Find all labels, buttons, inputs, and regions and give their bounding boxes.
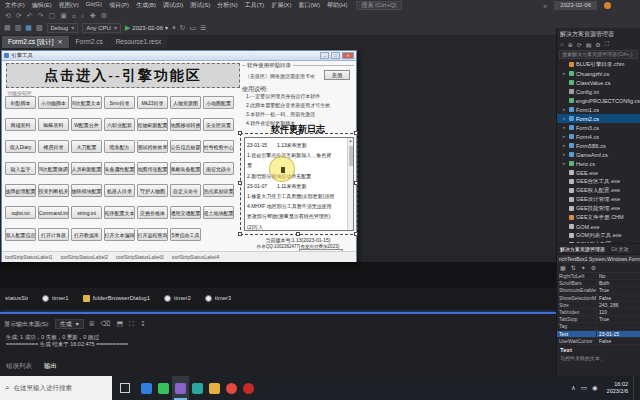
- output-toolbar-icon[interactable]: ⛶: [129, 320, 134, 328]
- property-row[interactable]: UseWaitCursorFalse: [557, 338, 640, 345]
- buy-button[interactable]: 充值: [324, 70, 350, 80]
- panel-tab[interactable]: 输出: [44, 362, 57, 371]
- app-teal-taskbar-icon[interactable]: [189, 376, 206, 400]
- solution-tree-item[interactable]: ▸Hero.cs: [557, 159, 640, 168]
- function-button[interactable]: 蜘蛛资料: [38, 118, 69, 131]
- panel-tab[interactable]: 错误列表: [6, 362, 32, 371]
- function-button[interactable]: 物联模块配置: [71, 184, 102, 197]
- document-tab[interactable]: Form2.cs: [70, 36, 109, 48]
- function-button[interactable]: 输入监字: [5, 162, 36, 175]
- resize-handle[interactable]: [354, 181, 358, 185]
- resize-handle[interactable]: [296, 232, 300, 236]
- resize-handle[interactable]: [238, 181, 242, 185]
- output-source-dropdown[interactable]: 生成 ▾: [55, 319, 84, 329]
- function-button[interactable]: 假人Diary: [5, 140, 36, 153]
- function-button[interactable]: string.ini: [71, 206, 102, 219]
- resize-handle[interactable]: [354, 131, 358, 135]
- output-toolbar-icon[interactable]: ⌫: [101, 320, 111, 328]
- properties-toolbar-icon[interactable]: ✦: [581, 264, 586, 271]
- menu-item[interactable]: 文件(F): [3, 1, 27, 10]
- property-row[interactable]: TabIndex110: [557, 309, 640, 316]
- solution-tree-item[interactable]: ▸Form4.cs: [557, 132, 640, 141]
- property-value[interactable]: False: [597, 295, 640, 301]
- toolbar-icon[interactable]: ▦: [25, 24, 32, 32]
- toolbar-icon[interactable]: ▭: [189, 24, 196, 32]
- winforms-designed-form[interactable]: 引擎工具 — □ ✕ 点击进入--引擎功能区 功能按钮区 剑影脚本小功能脚本N次…: [1, 50, 357, 262]
- platform-dropdown[interactable]: Any CPU▾: [82, 23, 121, 33]
- menu-item[interactable]: 生成(B): [134, 1, 158, 10]
- solution-tree-item[interactable]: enginPROJECTCONfig.cs: [557, 96, 640, 105]
- function-button[interactable]: 打开远程查询: [137, 228, 168, 241]
- solution-tree-item[interactable]: GEE.exe: [557, 168, 640, 177]
- solution-tree-item[interactable]: GEE技能管理.exe: [557, 204, 640, 213]
- close-icon[interactable]: ✕: [58, 36, 63, 48]
- resize-handle[interactable]: [354, 232, 358, 236]
- expand-arrow-icon[interactable]: ▸: [563, 107, 567, 112]
- properties-toolbar-icon[interactable]: ▦: [560, 264, 566, 271]
- maximize-button[interactable]: □: [331, 52, 340, 59]
- function-button[interactable]: N次配置文本: [71, 96, 102, 109]
- menu-item[interactable]: 分析(N): [215, 1, 239, 10]
- function-button[interactable]: 程序配置文本: [104, 206, 135, 219]
- function-button[interactable]: 装备属性配置: [104, 162, 135, 175]
- property-value[interactable]: 23-01-15: [597, 331, 640, 337]
- tray-component[interactable]: timer1: [42, 295, 69, 302]
- scroll-up-icon[interactable]: ▲: [348, 138, 353, 144]
- solution-tree-item[interactable]: ▸GameAmf.cs: [557, 150, 640, 159]
- tray-icon[interactable]: ▭: [581, 384, 587, 392]
- function-button[interactable]: 南征北战令: [203, 162, 234, 175]
- function-button[interactable]: 小地图配置: [203, 96, 234, 109]
- solution-explorer-search[interactable]: 搜索解决方案资源管理器(Ctrl+;): [559, 50, 638, 59]
- menu-item[interactable]: 测试(S): [188, 1, 212, 10]
- property-row[interactable]: Size243, 286: [557, 302, 640, 309]
- function-button[interactable]: 楼房目录: [38, 140, 69, 153]
- menu-item[interactable]: Git(G): [84, 1, 104, 10]
- engine-function-header-label[interactable]: 点击进入--引擎功能区: [6, 63, 240, 88]
- property-value[interactable]: No: [597, 273, 640, 279]
- function-button[interactable]: 小功能脚本: [38, 96, 69, 109]
- document-tab[interactable]: Resource1.resx: [110, 36, 168, 48]
- tray-component[interactable]: folderBrowserDialog1: [83, 295, 150, 302]
- menu-item[interactable]: 窗口(W): [296, 1, 322, 10]
- update-log-richtextbox[interactable]: 23-01-15 1.13发布更新1.优化引擎点位交互刷新加入，角色背景2.新增…: [244, 137, 354, 231]
- toolbar-icon[interactable]: ⌕: [81, 12, 85, 20]
- menu-item[interactable]: 工具(T): [243, 1, 267, 10]
- solution-tree-item[interactable]: GEE文件手册.CHM: [557, 213, 640, 222]
- resize-handle[interactable]: [238, 131, 242, 135]
- recorder-taskbar-icon[interactable]: [240, 376, 257, 400]
- function-button[interactable]: 打开文本编辑: [104, 228, 135, 241]
- dock-panel-tab[interactable]: Git 更改: [611, 246, 629, 252]
- log-scrollbar[interactable]: ▲: [347, 138, 353, 230]
- function-button[interactable]: 打开数据库: [71, 228, 102, 241]
- task-view-icon[interactable]: [120, 383, 130, 393]
- menu-item[interactable]: 视图(V): [57, 1, 81, 10]
- show-desktop-button[interactable]: [633, 376, 636, 400]
- solution-tree-item[interactable]: ▸Form3.cs: [557, 123, 640, 132]
- property-value[interactable]: True: [597, 287, 640, 293]
- solution-tree-item[interactable]: ▸Chuangzhi.cs: [557, 69, 640, 78]
- property-row[interactable]: Tag: [557, 323, 640, 330]
- solution-tree-item[interactable]: ClassValue.cs: [557, 78, 640, 87]
- property-row[interactable]: ScrollBarsBoth: [557, 280, 640, 287]
- solution-name-pill[interactable]: 2023-02-06: [554, 1, 597, 10]
- function-button[interactable]: 交换价格体: [137, 206, 168, 219]
- function-button[interactable]: 暗杀配方: [104, 140, 135, 153]
- function-button[interactable]: 剑影脚本: [5, 96, 36, 109]
- toolbar-icon[interactable]: ⏸: [172, 24, 176, 32]
- function-button[interactable]: 打开计算器: [38, 228, 69, 241]
- toolbar-icon[interactable]: ↶: [27, 12, 33, 20]
- property-row[interactable]: ShortcutsEnabledTrue: [557, 287, 640, 294]
- property-value[interactable]: True: [597, 316, 640, 322]
- scroll-thumb[interactable]: [349, 146, 353, 166]
- output-toolbar-icon[interactable]: ↧: [140, 320, 146, 328]
- taskbar-clock[interactable]: 16:02 2023/2/6: [603, 381, 628, 395]
- explorer-toolbar-icon[interactable]: ⊕: [568, 41, 573, 48]
- function-button[interactable]: 投资判断机关: [38, 184, 69, 197]
- explorer-toolbar-icon[interactable]: ⟳: [577, 41, 582, 48]
- explorer-toolbar-icon[interactable]: ⌂: [560, 41, 564, 48]
- toolbar-icon[interactable]: ≡: [72, 13, 76, 20]
- function-button[interactable]: Smv目录: [104, 96, 135, 109]
- function-button[interactable]: 商铺资料: [5, 118, 36, 131]
- resize-handle[interactable]: [238, 232, 242, 236]
- configuration-dropdown[interactable]: Debug▾: [47, 23, 79, 33]
